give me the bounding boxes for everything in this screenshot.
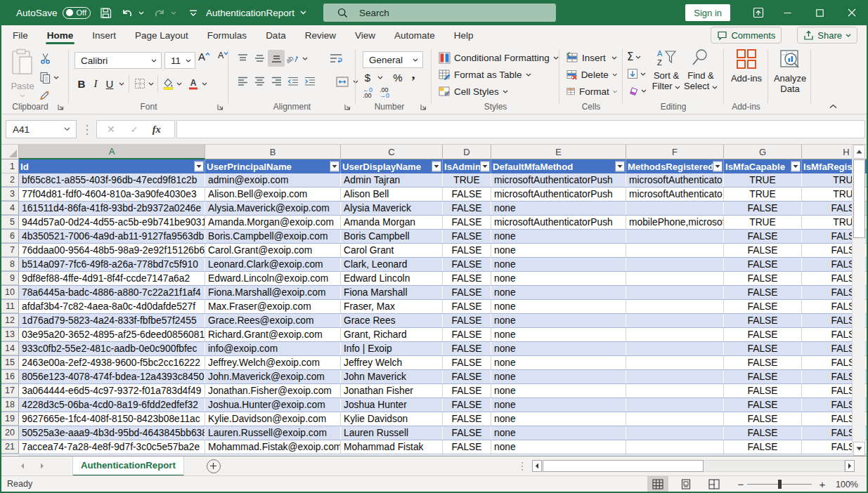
cell[interactable]: microsoftAuthenticatorPush <box>491 188 626 201</box>
cell[interactable] <box>626 384 724 397</box>
cell[interactable]: FALSE <box>724 258 802 271</box>
table-header-cell[interactable]: Id <box>19 159 205 173</box>
cell[interactable]: 2463e00a-2ef2-4938-9600-f5bc2cc16222 <box>19 356 205 369</box>
middle-align-button[interactable] <box>251 50 268 67</box>
cell[interactable]: TRUE <box>724 173 802 187</box>
underline-button[interactable]: U <box>103 78 117 90</box>
cell[interactable]: FALSE <box>443 328 491 341</box>
cell[interactable]: FALSE <box>724 230 802 243</box>
increase-font-size-button[interactable]: A <box>198 51 210 63</box>
sheet-tab-active[interactable]: AuthenticationReport <box>72 456 184 476</box>
format-cells-button[interactable]: Format <box>566 83 617 100</box>
cell[interactable]: FALSE <box>443 258 491 271</box>
cell[interactable]: none <box>491 300 626 313</box>
cell[interactable]: FALSE <box>724 342 802 355</box>
cell[interactable] <box>626 244 724 257</box>
cell[interactable]: TRUE <box>443 173 491 187</box>
cell[interactable]: Kylie Davidson <box>341 412 443 426</box>
comma-style-button[interactable]: , <box>408 67 418 82</box>
cell[interactable]: Admin Tajran <box>341 173 443 187</box>
cell[interactable] <box>626 370 724 383</box>
close-button[interactable] <box>836 0 868 25</box>
row-header-16[interactable]: 16 <box>1 370 19 383</box>
row-header-2[interactable]: 2 <box>1 173 19 187</box>
filter-button[interactable] <box>480 162 490 172</box>
cell[interactable]: none <box>491 272 626 285</box>
row-header-9[interactable]: 9 <box>1 272 19 285</box>
table-header-cell[interactable]: UserDisplayName <box>341 159 443 173</box>
italic-button[interactable]: I <box>89 78 103 90</box>
customize-quick-access-button[interactable] <box>184 3 202 22</box>
ribbon-display-options-button[interactable] <box>746 0 771 25</box>
cell[interactable]: none <box>491 328 626 341</box>
cell[interactable]: microsoftAuthenticato <box>626 188 724 201</box>
cell[interactable]: microsoftAuthenticatorPush <box>491 216 626 229</box>
column-header-F[interactable]: F <box>626 145 724 159</box>
cell[interactable]: FALSE <box>443 370 491 383</box>
font-dialog-launcher[interactable] <box>217 104 224 110</box>
row-header-13[interactable]: 13 <box>1 328 19 341</box>
insert-cells-button[interactable]: Insert <box>566 49 617 66</box>
format-as-table-button[interactable]: Format as Table <box>439 66 531 83</box>
page-break-preview-button[interactable] <box>704 476 725 492</box>
cell[interactable]: Leonard.Clark@exoip.com <box>205 258 341 271</box>
cell[interactable]: 50525a3e-aaa9-4b3d-95bd-4643845bb638 <box>19 426 205 440</box>
column-header-B[interactable]: B <box>205 145 341 159</box>
cell[interactable]: FALSE <box>443 272 491 285</box>
cell[interactable]: Clark, Leonard <box>341 258 443 271</box>
cell[interactable]: Kylie.Davidson@exoip.com <box>205 412 341 426</box>
cell[interactable]: FALSE <box>443 286 491 299</box>
orientation-button[interactable]: ab <box>285 50 300 67</box>
cell[interactable]: none <box>491 244 626 257</box>
cell[interactable]: 9df8ef88-4ffe-4d91-8f4f-ccde7147a6a2 <box>19 272 205 285</box>
cell[interactable]: none <box>491 286 626 299</box>
cell[interactable]: FALSE <box>724 412 802 426</box>
tab-formulas[interactable]: Formulas <box>206 25 248 45</box>
comments-button[interactable]: Comments <box>711 27 782 44</box>
font-size-select[interactable]: 11 <box>164 52 195 69</box>
cell[interactable]: admin@exoip.com <box>205 173 341 187</box>
scroll-up-button[interactable] <box>853 145 865 159</box>
scroll-right-button[interactable] <box>845 460 855 472</box>
cell[interactable]: FALSE <box>443 244 491 257</box>
addins-button[interactable]: Add-ins <box>730 48 763 84</box>
font-color-button[interactable]: A <box>187 77 200 90</box>
cell[interactable]: FALSE <box>724 440 802 454</box>
collapse-ribbon-button[interactable] <box>829 104 837 109</box>
cell[interactable] <box>626 230 724 243</box>
cell[interactable]: John Maverick <box>341 370 443 383</box>
horizontal-scroll-thumb[interactable] <box>543 460 704 472</box>
fill-color-button[interactable] <box>162 77 174 90</box>
cell[interactable]: Alison.Bell@exoip.com <box>205 188 341 201</box>
cell[interactable]: bf65c8c1-a855-403f-96db-47ecd9f81c2b <box>19 173 205 187</box>
cell[interactable]: Fiona Marshall <box>341 286 443 299</box>
filter-button[interactable] <box>791 162 801 172</box>
cell[interactable]: Carol Grant <box>341 244 443 257</box>
top-align-button[interactable] <box>234 50 251 67</box>
insert-function-button[interactable]: fx <box>153 124 161 136</box>
cell-styles-button[interactable]: Cell Styles <box>439 83 508 100</box>
cell[interactable]: 9627665e-1fc4-408f-8150-8423b08e11ac <box>19 412 205 426</box>
zoom-slider-handle[interactable] <box>778 480 782 489</box>
cell[interactable] <box>626 286 724 299</box>
table-header-cell[interactable]: IsMfaCapable <box>724 159 802 173</box>
cell[interactable]: Info | Exoip <box>341 342 443 355</box>
bold-button[interactable]: B <box>75 78 89 90</box>
autosave-toggle[interactable]: Off <box>63 7 91 19</box>
cell[interactable]: Jonathan.Fisher@exoip.com <box>205 384 341 397</box>
cell[interactable]: Joshua Hunter <box>341 398 443 412</box>
alignment-dialog-launcher[interactable] <box>344 104 351 110</box>
cell[interactable]: b514a097-7fc6-49f8-a26a-778bd7c5f910 <box>19 258 205 271</box>
wrap-text-button[interactable] <box>326 50 346 67</box>
cell[interactable]: none <box>491 202 626 215</box>
clear-button[interactable] <box>627 84 647 98</box>
select-all-corner[interactable] <box>1 145 19 159</box>
merge-center-button[interactable] <box>334 73 351 90</box>
cell[interactable]: Max.Fraser@exoip.com <box>205 300 341 313</box>
zoom-slider[interactable] <box>747 476 812 492</box>
cell[interactable] <box>626 356 724 369</box>
row-header-4[interactable]: 4 <box>1 202 19 215</box>
cell[interactable]: FALSE <box>443 398 491 412</box>
cell[interactable]: Alysia Maverick <box>341 202 443 215</box>
cell[interactable] <box>626 272 724 285</box>
